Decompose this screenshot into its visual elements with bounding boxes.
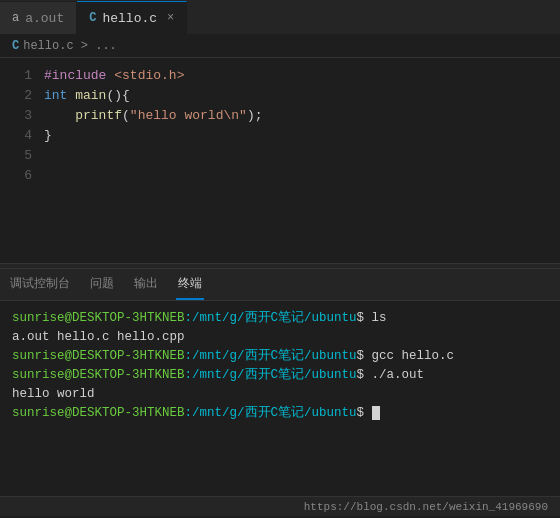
editor: 1 2 3 4 5 6 #include <stdio.h> int main(… — [0, 58, 560, 253]
terminal[interactable]: sunrise@DESKTOP-3HTKNEB:/mnt/g/西开C笔记/ubu… — [0, 301, 560, 496]
editor-empty-space — [0, 253, 560, 263]
a-out-icon: a — [12, 11, 19, 25]
line-num-3: 3 — [0, 106, 40, 126]
code-line-1: #include <stdio.h> — [44, 66, 560, 86]
tab-hello-c[interactable]: C hello.c × — [77, 1, 187, 34]
line-num-4: 4 — [0, 126, 40, 146]
line-num-6: 6 — [0, 166, 40, 186]
code-content[interactable]: #include <stdio.h> int main(){ printf("h… — [40, 58, 560, 253]
line-numbers: 1 2 3 4 5 6 — [0, 58, 40, 253]
footer-url: https://blog.csdn.net/weixin_41969690 — [304, 501, 548, 513]
line-num-1: 1 — [0, 66, 40, 86]
tab-close-button[interactable]: × — [167, 11, 174, 25]
code-line-2: int main(){ — [44, 86, 560, 106]
footer: https://blog.csdn.net/weixin_41969690 — [0, 496, 560, 516]
breadcrumb-icon: C — [12, 39, 19, 53]
code-line-4: printf("hello world\n"); — [44, 106, 560, 126]
terminal-line-4: sunrise@DESKTOP-3HTKNEB:/mnt/g/西开C笔记/ubu… — [12, 366, 548, 385]
terminal-line-1: sunrise@DESKTOP-3HTKNEB:/mnt/g/西开C笔记/ubu… — [12, 309, 548, 328]
tab-a-out[interactable]: a a.out — [0, 1, 77, 34]
panel-tab-output[interactable]: 输出 — [132, 269, 160, 300]
terminal-line-2: a.out hello.c hello.cpp — [12, 328, 548, 347]
tab-bar: a a.out C hello.c × — [0, 0, 560, 35]
terminal-cursor — [372, 406, 380, 420]
tab-hello-c-label: hello.c — [102, 11, 157, 26]
breadcrumb-path: hello.c > ... — [23, 39, 117, 53]
panel-tab-terminal[interactable]: 终端 — [176, 269, 204, 300]
panel-tabs: 调试控制台 问题 输出 终端 — [0, 269, 560, 301]
code-line-5: } — [44, 126, 560, 146]
terminal-line-6: sunrise@DESKTOP-3HTKNEB:/mnt/g/西开C笔记/ubu… — [12, 404, 548, 423]
terminal-line-3: sunrise@DESKTOP-3HTKNEB:/mnt/g/西开C笔记/ubu… — [12, 347, 548, 366]
terminal-line-5: hello world — [12, 385, 548, 404]
line-num-5: 5 — [0, 146, 40, 166]
panel-tab-problems[interactable]: 问题 — [88, 269, 116, 300]
line-num-2: 2 — [0, 86, 40, 106]
breadcrumb: C hello.c > ... — [0, 35, 560, 58]
hello-c-icon: C — [89, 11, 96, 25]
tab-a-out-label: a.out — [25, 11, 64, 26]
panel-tab-debug-console[interactable]: 调试控制台 — [8, 269, 72, 300]
